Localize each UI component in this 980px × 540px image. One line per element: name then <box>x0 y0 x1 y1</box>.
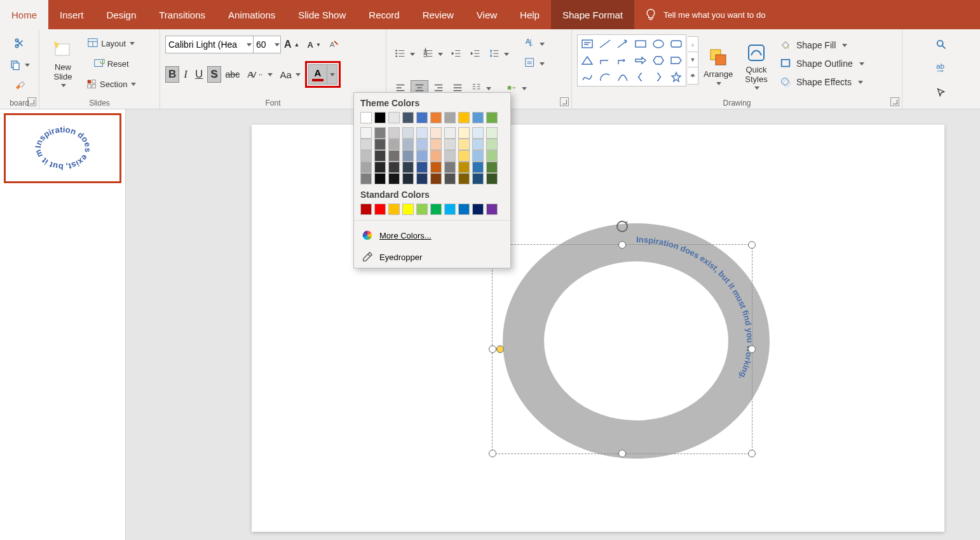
color-swatch[interactable] <box>444 127 456 139</box>
adjust-handle[interactable] <box>496 345 504 353</box>
color-swatch[interactable] <box>402 150 414 162</box>
shape-pentagon-arrow[interactable] <box>668 53 684 68</box>
color-swatch[interactable] <box>486 127 498 139</box>
tab-review[interactable]: Review <box>411 0 465 29</box>
bold-button[interactable]: B <box>165 66 179 83</box>
clipboard-dialog-launcher[interactable] <box>27 97 36 106</box>
slide-thumbnail-panel[interactable]: Inspiration does exist, but it must find… <box>0 109 126 540</box>
color-swatch[interactable] <box>486 173 498 184</box>
color-swatch[interactable] <box>458 162 470 173</box>
shape-right-brace[interactable] <box>650 69 667 85</box>
color-swatch[interactable] <box>444 173 456 184</box>
color-swatch[interactable] <box>416 162 428 173</box>
color-swatch[interactable] <box>430 139 442 150</box>
strikethrough-button[interactable]: abc <box>222 67 243 81</box>
reset-button[interactable]: Reset <box>83 56 139 71</box>
color-swatch[interactable] <box>472 162 484 173</box>
text-shadow-button[interactable]: S <box>207 66 221 83</box>
font-color-dropdown[interactable] <box>327 65 337 84</box>
paragraph-dialog-launcher[interactable] <box>560 97 569 106</box>
color-swatch[interactable] <box>472 127 484 139</box>
color-swatch[interactable] <box>444 112 456 123</box>
color-swatch[interactable] <box>486 150 498 162</box>
font-color-apply[interactable]: A <box>309 65 327 84</box>
color-swatch[interactable] <box>374 162 386 173</box>
shape-fill-button[interactable]: Shape Fill <box>780 37 864 53</box>
slide-canvas[interactable]: Inspiration does exist, but it must find… <box>126 109 980 540</box>
tab-help[interactable]: Help <box>508 0 551 29</box>
color-swatch[interactable] <box>430 112 442 123</box>
color-swatch[interactable] <box>416 150 428 162</box>
shape-star[interactable] <box>668 69 684 85</box>
text-direction-button[interactable]: A <box>521 36 548 53</box>
shape-textbox[interactable] <box>579 36 595 52</box>
rotate-handle[interactable] <box>615 219 629 233</box>
decrease-indent-button[interactable] <box>447 46 465 63</box>
new-slide-button[interactable]: New Slide <box>44 32 81 93</box>
color-swatch[interactable] <box>458 139 470 150</box>
chevron-down-icon[interactable] <box>247 43 252 46</box>
cut-button[interactable] <box>5 36 34 51</box>
tab-home[interactable]: Home <box>0 0 48 29</box>
resize-handle-ne[interactable] <box>748 241 756 249</box>
tab-shape-format[interactable]: Shape Format <box>551 0 634 29</box>
color-swatch[interactable] <box>374 204 386 215</box>
resize-handle-se[interactable] <box>748 450 756 457</box>
shape-line[interactable] <box>597 36 613 52</box>
color-swatch[interactable] <box>388 204 400 215</box>
char-spacing-button[interactable]: AV↔ <box>244 68 275 81</box>
color-swatch[interactable] <box>374 150 386 162</box>
color-swatch[interactable] <box>388 173 400 184</box>
increase-indent-button[interactable] <box>466 46 484 63</box>
shape-line-arrow[interactable] <box>615 36 631 52</box>
align-text-button[interactable] <box>521 55 548 73</box>
quick-styles-button[interactable]: Quick Styles <box>738 34 775 95</box>
bullets-button[interactable] <box>391 46 418 63</box>
section-button[interactable]: Section <box>83 76 139 92</box>
shape-hexagon[interactable] <box>650 53 667 68</box>
color-swatch[interactable] <box>472 173 484 184</box>
color-swatch[interactable] <box>430 173 442 184</box>
color-swatch[interactable] <box>416 127 428 139</box>
color-swatch[interactable] <box>458 112 470 123</box>
shapes-gallery[interactable]: ▲ ▼ ▼ <box>577 34 698 87</box>
shape-freeform[interactable] <box>579 69 595 85</box>
chevron-down-icon[interactable] <box>275 43 280 46</box>
color-swatch[interactable] <box>388 127 400 139</box>
line-spacing-button[interactable] <box>486 46 512 63</box>
shape-outline-button[interactable]: Shape Outline <box>780 55 864 72</box>
color-swatch[interactable] <box>444 139 456 150</box>
shape-rectangle[interactable] <box>632 36 649 52</box>
drawing-dialog-launcher[interactable] <box>890 97 899 106</box>
color-swatch[interactable] <box>486 204 498 215</box>
resize-handle-e[interactable] <box>748 345 756 353</box>
shape-left-brace[interactable] <box>632 69 649 85</box>
shape-rounded-rect[interactable] <box>668 36 684 52</box>
color-swatch[interactable] <box>374 112 386 123</box>
italic-button[interactable]: I <box>180 66 191 83</box>
tab-animations[interactable]: Animations <box>217 0 287 29</box>
color-swatch[interactable] <box>402 162 414 173</box>
tab-insert[interactable]: Insert <box>48 0 95 29</box>
color-swatch[interactable] <box>444 150 456 162</box>
shape-oval[interactable] <box>650 36 667 52</box>
resize-handle-w[interactable] <box>489 345 496 353</box>
gallery-up-button[interactable]: ▲ <box>688 37 698 52</box>
color-swatch[interactable] <box>430 150 442 162</box>
color-swatch[interactable] <box>416 139 428 150</box>
decrease-font-button[interactable]: A▼ <box>304 38 323 52</box>
resize-handle-sw[interactable] <box>489 450 496 457</box>
tab-record[interactable]: Record <box>357 0 411 29</box>
shape-curve[interactable] <box>615 69 631 85</box>
color-swatch[interactable] <box>458 127 470 139</box>
color-swatch[interactable] <box>416 173 428 184</box>
color-swatch[interactable] <box>360 162 372 173</box>
color-swatch[interactable] <box>374 173 386 184</box>
color-swatch[interactable] <box>416 204 428 215</box>
color-swatch[interactable] <box>388 139 400 150</box>
more-colors-item[interactable]: More Colors... <box>354 225 510 246</box>
color-swatch[interactable] <box>388 150 400 162</box>
tab-design[interactable]: Design <box>95 0 148 29</box>
format-painter-button[interactable] <box>5 79 34 94</box>
color-swatch[interactable] <box>360 112 372 123</box>
